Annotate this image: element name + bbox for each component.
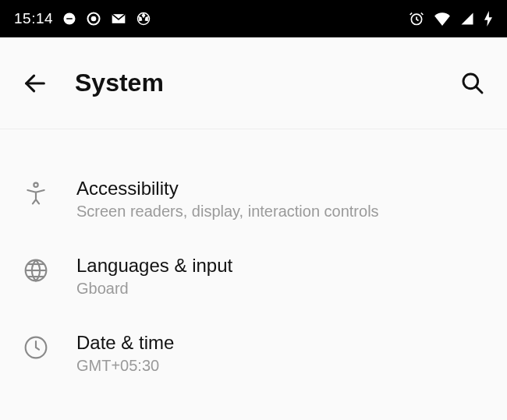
alarm-icon [409, 11, 424, 26]
cellular-signal-icon [460, 12, 474, 26]
notification-bubble-icon [62, 12, 76, 26]
search-icon [460, 71, 485, 96]
settings-item-text: Languages & input Gboard [76, 255, 485, 298]
settings-item-datetime[interactable]: Date & time GMT+05:30 [0, 315, 507, 392]
settings-item-accessibility[interactable]: Accessibility Screen readers, display, i… [0, 161, 507, 238]
charging-icon [484, 11, 493, 26]
settings-item-title: Languages & input [76, 255, 485, 277]
status-right [409, 11, 493, 26]
gmail-icon [111, 12, 126, 25]
arrow-left-icon [22, 70, 48, 97]
settings-item-text: Date & time GMT+05:30 [76, 332, 485, 375]
back-button[interactable] [22, 70, 48, 97]
settings-item-title: Date & time [76, 332, 485, 354]
settings-item-subtitle: Gboard [76, 280, 485, 298]
soccer-ball-icon [136, 11, 151, 26]
settings-item-text: Accessibility Screen readers, display, i… [76, 178, 485, 221]
circle-icon [86, 11, 101, 26]
accessibility-icon [22, 181, 50, 206]
globe-icon [22, 258, 50, 283]
settings-item-title: Accessibility [76, 178, 485, 199]
settings-item-subtitle: GMT+05:30 [76, 357, 485, 375]
settings-item-subtitle: Screen readers, display, interaction con… [76, 203, 485, 221]
wifi-icon [434, 12, 451, 26]
settings-item-languages[interactable]: Languages & input Gboard [0, 238, 507, 315]
clock-icon [22, 335, 50, 360]
page-header: System [0, 37, 507, 129]
settings-list: Accessibility Screen readers, display, i… [0, 129, 507, 392]
svg-point-3 [91, 16, 97, 22]
search-button[interactable] [460, 71, 485, 96]
page-title: System [75, 69, 434, 97]
status-time: 15:14 [14, 10, 53, 27]
status-bar: 15:14 [0, 0, 507, 37]
svg-rect-1 [66, 18, 73, 19]
svg-line-8 [476, 86, 482, 93]
status-left: 15:14 [14, 10, 151, 27]
svg-point-9 [34, 183, 37, 187]
